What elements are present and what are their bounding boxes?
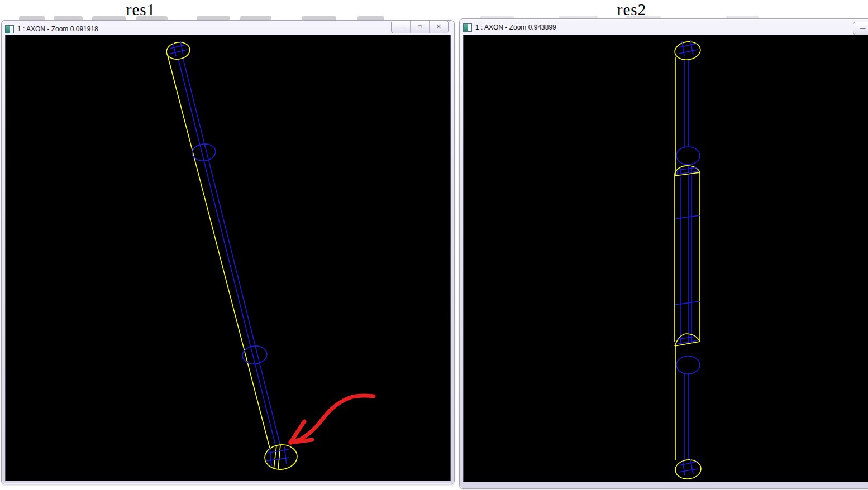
restore-icon: □ <box>418 24 421 30</box>
minimize-button[interactable]: — <box>853 22 868 35</box>
window-controls-right: — <box>853 22 868 35</box>
close-button[interactable]: ✕ <box>429 21 448 33</box>
axon-render-right <box>464 35 868 482</box>
restore-button[interactable]: □ <box>410 21 429 33</box>
minimize-icon: — <box>860 26 866 31</box>
minimize-icon: — <box>398 24 404 30</box>
window-axon-right: 1 : AXON - Zoom 0.943899 — <box>459 18 868 489</box>
annotation-arrow <box>290 396 374 443</box>
window-icon <box>5 25 14 33</box>
window-icon <box>463 23 472 32</box>
window-title-left: 1 : AXON - Zoom 0.091918 <box>17 25 98 33</box>
titlebar-right[interactable]: 1 : AXON - Zoom 0.943899 <box>463 22 868 33</box>
axon-canvas-left[interactable] <box>5 35 451 481</box>
window-controls-left: — □ ✕ <box>391 20 449 33</box>
window-axon-left: 1 : AXON - Zoom 0.091918 — □ ✕ <box>1 20 455 484</box>
minimize-button[interactable]: — <box>392 21 410 33</box>
window-title-right: 1 : AXON - Zoom 0.943899 <box>475 23 556 31</box>
axon-canvas-right[interactable] <box>463 35 868 482</box>
titlebar-left[interactable]: 1 : AXON - Zoom 0.091918 <box>5 23 451 35</box>
axon-render-left <box>6 35 450 481</box>
close-icon: ✕ <box>436 24 441 30</box>
